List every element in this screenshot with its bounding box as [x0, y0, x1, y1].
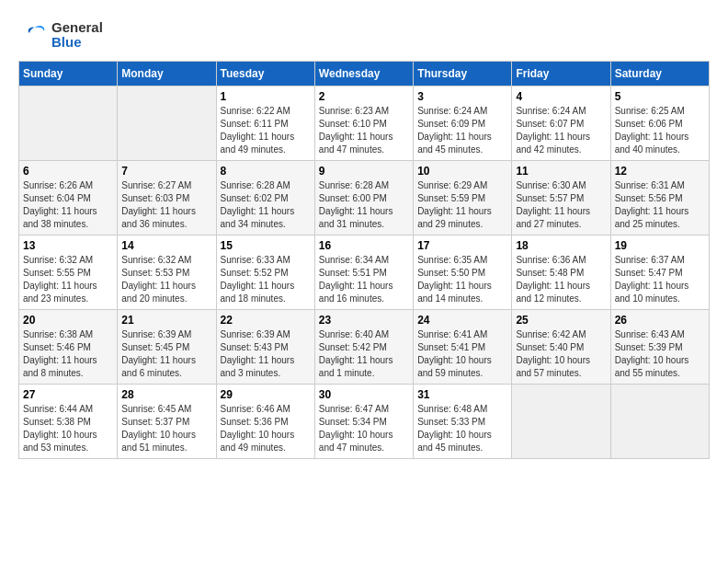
calendar-cell: 22Sunrise: 6:39 AM Sunset: 5:43 PM Dayli… — [216, 310, 314, 385]
day-info: Sunrise: 6:27 AM Sunset: 6:03 PM Dayligh… — [121, 179, 211, 231]
calendar-cell: 26Sunrise: 6:43 AM Sunset: 5:39 PM Dayli… — [610, 310, 709, 385]
calendar-cell — [118, 86, 216, 161]
calendar-cell — [19, 86, 118, 161]
calendar-cell: 3Sunrise: 6:24 AM Sunset: 6:09 PM Daylig… — [414, 86, 512, 161]
day-number: 4 — [516, 90, 606, 103]
day-info: Sunrise: 6:48 AM Sunset: 5:33 PM Dayligh… — [417, 403, 507, 454]
day-number: 12 — [615, 165, 705, 178]
calendar-week-row: 6Sunrise: 6:26 AM Sunset: 6:04 PM Daylig… — [19, 161, 710, 236]
day-info: Sunrise: 6:44 AM Sunset: 5:38 PM Dayligh… — [23, 403, 113, 454]
day-number: 18 — [516, 239, 606, 252]
day-number: 26 — [615, 314, 705, 327]
day-number: 25 — [516, 314, 606, 327]
calendar-cell: 31Sunrise: 6:48 AM Sunset: 5:33 PM Dayli… — [414, 385, 512, 459]
day-number: 24 — [417, 314, 507, 327]
day-number: 30 — [319, 388, 409, 401]
calendar-cell: 6Sunrise: 6:26 AM Sunset: 6:04 PM Daylig… — [19, 161, 118, 236]
day-number: 14 — [121, 239, 211, 252]
day-info: Sunrise: 6:23 AM Sunset: 6:10 PM Dayligh… — [319, 105, 409, 156]
calendar-cell: 1Sunrise: 6:22 AM Sunset: 6:11 PM Daylig… — [216, 86, 314, 161]
day-info: Sunrise: 6:32 AM Sunset: 5:53 PM Dayligh… — [121, 254, 211, 305]
calendar-week-row: 1Sunrise: 6:22 AM Sunset: 6:11 PM Daylig… — [19, 86, 710, 161]
day-info: Sunrise: 6:46 AM Sunset: 5:36 PM Dayligh… — [221, 403, 311, 454]
weekday-header-wednesday: Wednesday — [314, 62, 413, 86]
day-number: 29 — [221, 388, 311, 401]
calendar-cell: 20Sunrise: 6:38 AM Sunset: 5:46 PM Dayli… — [19, 310, 118, 385]
day-number: 31 — [417, 388, 507, 401]
day-info: Sunrise: 6:45 AM Sunset: 5:37 PM Dayligh… — [121, 403, 211, 454]
day-number: 28 — [121, 388, 211, 401]
day-number: 7 — [121, 165, 211, 178]
calendar-cell: 30Sunrise: 6:47 AM Sunset: 5:34 PM Dayli… — [314, 385, 413, 459]
calendar-cell: 8Sunrise: 6:28 AM Sunset: 6:02 PM Daylig… — [216, 161, 314, 236]
calendar-cell: 17Sunrise: 6:35 AM Sunset: 5:50 PM Dayli… — [414, 236, 512, 310]
calendar-week-row: 20Sunrise: 6:38 AM Sunset: 5:46 PM Dayli… — [19, 310, 710, 385]
weekday-header-sunday: Sunday — [19, 62, 118, 86]
day-number: 8 — [221, 165, 311, 178]
calendar-cell: 7Sunrise: 6:27 AM Sunset: 6:03 PM Daylig… — [118, 161, 216, 236]
weekday-header-thursday: Thursday — [414, 62, 512, 86]
day-number: 20 — [23, 314, 113, 327]
calendar-cell: 25Sunrise: 6:42 AM Sunset: 5:40 PM Dayli… — [512, 310, 610, 385]
calendar-cell: 23Sunrise: 6:40 AM Sunset: 5:42 PM Dayli… — [314, 310, 413, 385]
day-info: Sunrise: 6:39 AM Sunset: 5:43 PM Dayligh… — [221, 328, 311, 380]
calendar-cell: 18Sunrise: 6:36 AM Sunset: 5:48 PM Dayli… — [512, 236, 610, 310]
day-info: Sunrise: 6:37 AM Sunset: 5:47 PM Dayligh… — [615, 254, 705, 305]
calendar-cell: 11Sunrise: 6:30 AM Sunset: 5:57 PM Dayli… — [512, 161, 610, 236]
calendar-cell: 14Sunrise: 6:32 AM Sunset: 5:53 PM Dayli… — [118, 236, 216, 310]
weekday-header-saturday: Saturday — [610, 62, 709, 86]
day-info: Sunrise: 6:42 AM Sunset: 5:40 PM Dayligh… — [516, 328, 606, 380]
day-info: Sunrise: 6:32 AM Sunset: 5:55 PM Dayligh… — [23, 254, 113, 305]
calendar-week-row: 27Sunrise: 6:44 AM Sunset: 5:38 PM Dayli… — [19, 385, 710, 459]
calendar-week-row: 13Sunrise: 6:32 AM Sunset: 5:55 PM Dayli… — [19, 236, 710, 310]
calendar-cell: 13Sunrise: 6:32 AM Sunset: 5:55 PM Dayli… — [19, 236, 118, 310]
calendar-cell: 2Sunrise: 6:23 AM Sunset: 6:10 PM Daylig… — [314, 86, 413, 161]
calendar-cell — [610, 385, 709, 459]
day-number: 2 — [319, 90, 409, 103]
day-info: Sunrise: 6:47 AM Sunset: 5:34 PM Dayligh… — [319, 403, 409, 454]
calendar-cell: 12Sunrise: 6:31 AM Sunset: 5:56 PM Dayli… — [610, 161, 709, 236]
day-number: 11 — [516, 165, 606, 178]
day-number: 15 — [221, 239, 311, 252]
day-info: Sunrise: 6:22 AM Sunset: 6:11 PM Dayligh… — [221, 105, 311, 156]
weekday-header-monday: Monday — [118, 62, 216, 86]
day-info: Sunrise: 6:28 AM Sunset: 6:02 PM Dayligh… — [221, 179, 311, 231]
day-info: Sunrise: 6:41 AM Sunset: 5:41 PM Dayligh… — [417, 328, 507, 380]
calendar-cell: 28Sunrise: 6:45 AM Sunset: 5:37 PM Dayli… — [118, 385, 216, 459]
day-info: Sunrise: 6:38 AM Sunset: 5:46 PM Dayligh… — [23, 328, 113, 380]
day-info: Sunrise: 6:26 AM Sunset: 6:04 PM Dayligh… — [23, 179, 113, 231]
calendar-cell: 10Sunrise: 6:29 AM Sunset: 5:59 PM Dayli… — [414, 161, 512, 236]
day-info: Sunrise: 6:36 AM Sunset: 5:48 PM Dayligh… — [516, 254, 606, 305]
day-info: Sunrise: 6:30 AM Sunset: 5:57 PM Dayligh… — [516, 179, 606, 231]
day-number: 21 — [121, 314, 211, 327]
day-info: Sunrise: 6:35 AM Sunset: 5:50 PM Dayligh… — [417, 254, 507, 305]
day-number: 1 — [221, 90, 311, 103]
weekday-header-row: SundayMondayTuesdayWednesdayThursdayFrid… — [19, 62, 710, 86]
calendar-cell: 21Sunrise: 6:39 AM Sunset: 5:45 PM Dayli… — [118, 310, 216, 385]
day-info: Sunrise: 6:25 AM Sunset: 6:06 PM Dayligh… — [615, 105, 705, 156]
day-number: 22 — [221, 314, 311, 327]
day-number: 3 — [417, 90, 507, 103]
day-info: Sunrise: 6:31 AM Sunset: 5:56 PM Dayligh… — [615, 179, 705, 231]
day-number: 10 — [417, 165, 507, 178]
day-number: 19 — [615, 239, 705, 252]
calendar-cell: 29Sunrise: 6:46 AM Sunset: 5:36 PM Dayli… — [216, 385, 314, 459]
day-number: 9 — [319, 165, 409, 178]
day-info: Sunrise: 6:34 AM Sunset: 5:51 PM Dayligh… — [319, 254, 409, 305]
calendar-cell: 16Sunrise: 6:34 AM Sunset: 5:51 PM Dayli… — [314, 236, 413, 310]
calendar-cell: 27Sunrise: 6:44 AM Sunset: 5:38 PM Dayli… — [19, 385, 118, 459]
day-info: Sunrise: 6:39 AM Sunset: 5:45 PM Dayligh… — [121, 328, 211, 380]
day-number: 27 — [23, 388, 113, 401]
logo: General Blue — [18, 18, 103, 52]
day-number: 13 — [23, 239, 113, 252]
day-number: 17 — [417, 239, 507, 252]
day-number: 16 — [319, 239, 409, 252]
day-info: Sunrise: 6:28 AM Sunset: 6:00 PM Dayligh… — [319, 179, 409, 231]
calendar-cell: 5Sunrise: 6:25 AM Sunset: 6:06 PM Daylig… — [610, 86, 709, 161]
logo-container: General Blue — [18, 18, 103, 52]
day-info: Sunrise: 6:29 AM Sunset: 5:59 PM Dayligh… — [417, 179, 507, 231]
logo-blue: Blue — [51, 35, 103, 51]
calendar-cell — [512, 385, 610, 459]
day-number: 23 — [319, 314, 409, 327]
logo-text: General Blue — [51, 20, 103, 51]
